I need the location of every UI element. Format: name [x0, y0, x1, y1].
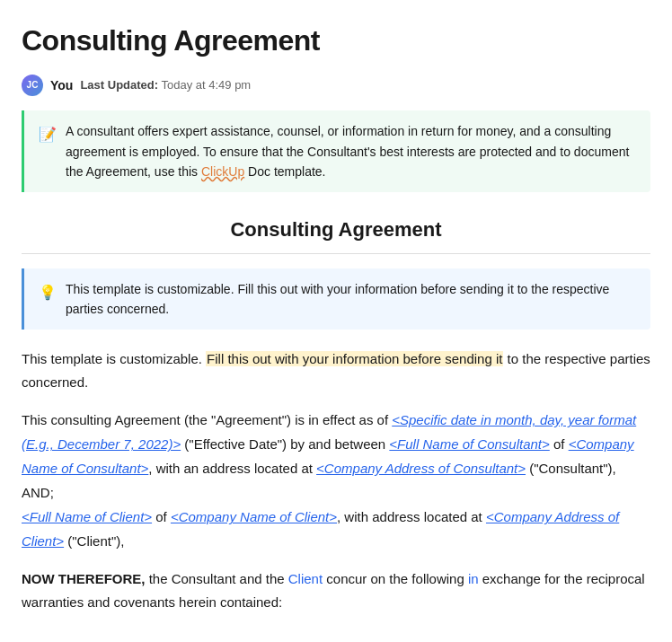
intro-callout-text: A consultant offers expert assistance, c…: [66, 121, 636, 181]
highlight-fill: Fill this out with your information befo…: [206, 351, 503, 366]
doc-section: Consulting Agreement 💡 This template is …: [22, 214, 650, 613]
author-row: JC You Last Updated: Today at 4:49 pm: [22, 75, 650, 96]
template-callout-text: This template is customizable. Fill this…: [66, 279, 636, 320]
lightbulb-icon: 💡: [39, 281, 57, 304]
in-highlight: in: [468, 571, 479, 586]
placeholder-client-company: <Company Name of Client>: [171, 509, 337, 524]
placeholder-client-name: <Full Name of Client>: [22, 509, 152, 524]
clickup-link[interactable]: ClickUp: [201, 164, 244, 179]
doc-section-title: Consulting Agreement: [22, 214, 650, 245]
agreement-paragraph: This consulting Agreement (the "Agreemen…: [22, 408, 650, 553]
page-title: Consulting Agreement: [22, 18, 650, 64]
author-name: You: [50, 75, 73, 95]
client-highlight: Client: [288, 571, 323, 586]
last-updated: Last Updated: Today at 4:49 pm: [80, 76, 251, 95]
avatar: JC: [22, 75, 43, 96]
template-callout: 💡 This template is customizable. Fill th…: [22, 268, 650, 330]
body-text: This template is customizable. Fill this…: [22, 347, 650, 393]
title-divider: [22, 253, 650, 254]
now-therefore-paragraph: NOW THEREFORE, the Consultant and the Cl…: [22, 567, 650, 613]
intro-callout: 📝 A consultant offers expert assistance,…: [22, 110, 650, 192]
memo-icon: 📝: [39, 123, 57, 146]
placeholder-consultant-name: <Full Name of Consultant>: [389, 436, 549, 452]
placeholder-consultant-address: <Company Address of Consultant>: [316, 461, 526, 476]
